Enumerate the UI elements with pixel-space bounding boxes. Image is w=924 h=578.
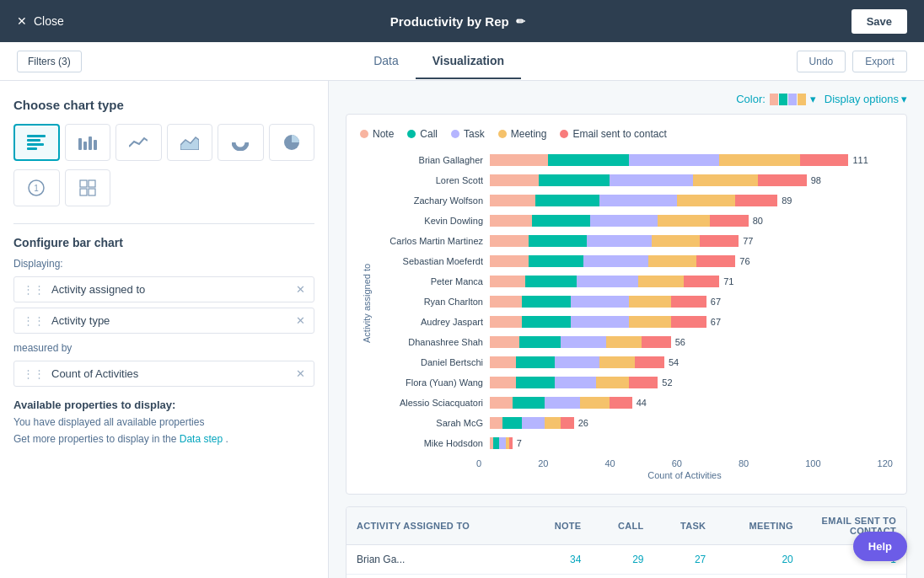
bar-segment-call (519, 336, 561, 348)
chart-type-donut[interactable] (218, 124, 264, 161)
tag-activity-type: ⋮⋮ Activity type ✕ (13, 308, 314, 334)
legend-label-email: Email sent to contact (572, 128, 666, 140)
filters-button[interactable]: Filters (3) (17, 51, 82, 72)
bar-segment-email (509, 437, 513, 449)
bar-track: 89 (490, 193, 893, 208)
bar-value: 7 (517, 438, 522, 448)
pencil-icon[interactable]: ✏ (516, 15, 525, 28)
bar-segment-task (555, 356, 600, 368)
bar-segment-email (700, 235, 739, 247)
help-button[interactable]: Help (853, 532, 907, 561)
bar-segment-email (629, 377, 658, 388)
get-more-text: Get more properties to display in the Da… (13, 433, 314, 445)
bar-value: 111 (852, 155, 868, 165)
title-text: Productivity by Rep (390, 14, 509, 29)
export-button[interactable]: Export (852, 51, 907, 72)
bar-segment-call (529, 255, 583, 267)
bar-segment-meeting (545, 417, 561, 429)
bar-segment-email (610, 397, 632, 409)
bar-segment-meeting (693, 174, 758, 186)
tab-data[interactable]: Data (357, 44, 416, 79)
svg-rect-15 (89, 180, 95, 187)
bar-segment-email (800, 154, 849, 166)
svg-rect-7 (94, 140, 97, 150)
bar-name: Sebastian Moeferdt (380, 256, 490, 266)
bar-segment-call (525, 276, 577, 287)
tab-visualization[interactable]: Visualization (416, 44, 521, 79)
bar-track: 98 (490, 173, 893, 188)
close-button[interactable]: ✕ Close (17, 14, 64, 28)
bar-segment-task (629, 154, 719, 166)
bar-segment-note (490, 377, 516, 388)
legend-call: Call (407, 128, 438, 140)
tag-label-assigned: Activity assigned to (51, 283, 296, 296)
bar-name: Sarah McG (380, 418, 490, 428)
chart-type-horizontal-bar[interactable] (13, 124, 60, 161)
tabs: Data Visualization (357, 44, 521, 78)
available-title: Available properties to display: (13, 399, 314, 411)
bar-track: 54 (490, 355, 893, 370)
bar-name: Peter Manca (380, 276, 490, 286)
color-swatch (770, 94, 806, 105)
bar-segment-meeting (719, 154, 800, 166)
bar-segment-call (522, 296, 571, 308)
x-axis-tick: 0 (476, 458, 481, 468)
bar-segment-note (490, 336, 519, 348)
bar-segment-meeting (580, 397, 610, 409)
svg-rect-6 (89, 136, 92, 150)
available-text: You have displayed all available propert… (13, 416, 314, 428)
table-cell-name: Brian Ga... (346, 545, 528, 575)
chart-type-area[interactable] (167, 124, 213, 161)
bar-segment-call (493, 437, 500, 449)
bar-track: 80 (490, 213, 893, 228)
x-axis-tick: 60 (672, 458, 682, 468)
data-step-link[interactable]: Data step (180, 433, 223, 445)
results-table: ACTIVITY ASSIGNED TO NOTE CALL TASK MEET… (346, 507, 906, 578)
bar-row: Kevin Dowling80 (380, 212, 893, 229)
chart-type-vertical-bar[interactable] (65, 124, 111, 161)
bar-row: Alessio Sciacquatori44 (380, 394, 893, 411)
chart-type-pie[interactable] (269, 124, 315, 161)
bar-track: 44 (490, 395, 893, 410)
bar-segment-note (490, 316, 522, 328)
remove-assigned-button[interactable]: ✕ (296, 283, 305, 296)
remove-type-button[interactable]: ✕ (296, 314, 305, 327)
svg-rect-3 (27, 147, 37, 150)
bar-value: 56 (675, 337, 685, 347)
header: ✕ Close Productivity by Rep ✏ Save (0, 0, 924, 42)
chart-type-table[interactable] (65, 169, 111, 206)
save-button[interactable]: Save (851, 9, 907, 34)
svg-marker-8 (180, 137, 199, 150)
table-cell-note: 10 (528, 575, 592, 579)
color-selector[interactable]: Color: ▾ (736, 93, 816, 105)
x-axis-tick: 100 (805, 458, 820, 468)
bar-value: 26 (578, 418, 588, 428)
chart-type-numeric[interactable]: 1 (13, 169, 60, 206)
undo-button[interactable]: Undo (797, 51, 846, 72)
chart-type-line[interactable] (116, 124, 162, 161)
remove-count-button[interactable]: ✕ (296, 367, 305, 380)
bar-segment-task (522, 417, 545, 429)
bar-segment-note (490, 296, 522, 308)
close-icon: ✕ (17, 14, 27, 28)
bar-name: Zachary Wolfson (380, 195, 490, 206)
bar-value: 89 (782, 195, 792, 206)
col-note: NOTE (528, 507, 592, 545)
legend-dot-call (407, 130, 416, 138)
drag-handle-count: ⋮⋮ (23, 367, 45, 380)
bar-segment-task (561, 336, 606, 348)
x-axis-tick: 20 (538, 458, 548, 468)
chart-area: Color: ▾ Display options ▾ Note (329, 81, 924, 578)
x-axis-labels: 020406080100120 (476, 458, 893, 468)
legend-label-note: Note (373, 128, 394, 140)
config-title: Configure bar chart (13, 236, 314, 249)
legend-label-task: Task (464, 128, 485, 140)
svg-rect-16 (80, 189, 87, 195)
col-name: ACTIVITY ASSIGNED TO (346, 507, 528, 545)
bar-track: 7 (490, 436, 893, 451)
bar-segment-task (545, 397, 580, 409)
display-options-button[interactable]: Display options ▾ (825, 93, 907, 105)
table-cell-task: 60 (654, 575, 717, 579)
bar-segment-email (696, 255, 735, 267)
col-call: CALL (591, 507, 653, 545)
